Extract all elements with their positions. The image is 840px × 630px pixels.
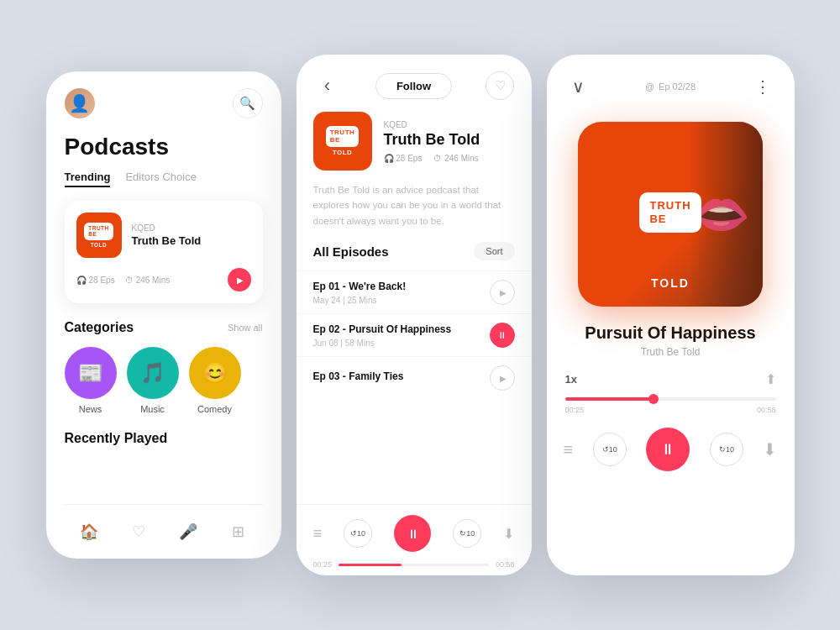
play-button[interactable]: ▶ (228, 268, 251, 291)
home-icon: 🏠 (80, 522, 98, 541)
episode-item-3[interactable]: Ep 03 - Family Ties ▶ (297, 356, 532, 399)
category-music-icon: 🎵 (127, 347, 179, 399)
time-current: 00:25 (313, 560, 333, 569)
download-button[interactable]: ⬇ (503, 526, 514, 542)
queue-button[interactable]: ≡ (313, 525, 323, 543)
nav-grid[interactable]: ⊞ (223, 517, 253, 547)
categories-list: 📰 News 🎵 Music 😊 Comedy (65, 347, 263, 414)
follow-button[interactable]: Follow (375, 73, 452, 99)
tab-editors-choice[interactable]: Editors Choice (125, 171, 197, 187)
category-music-label: Music (140, 404, 165, 414)
rewind-button[interactable]: ↺10 (344, 519, 372, 548)
pause-icon-lg: ⏸ (660, 441, 675, 459)
download-icon-lg: ⬇ (763, 439, 777, 459)
back-icon: ‹ (324, 75, 330, 97)
episode-3-title: Ep 03 - Family Ties (313, 370, 404, 382)
episode-indicator: @ Ep 02/28 (645, 81, 696, 92)
speed-label[interactable]: 1x (565, 373, 577, 386)
progress-section: 00:25 00:58 (547, 397, 795, 428)
episodes-header: All Episodes Sort (297, 242, 532, 270)
page-title: Podcasts (65, 134, 263, 160)
progress-times: 00:25 00:58 (565, 406, 776, 414)
tab-trending[interactable]: Trending (65, 171, 111, 187)
menu-dots-icon: ⋮ (754, 76, 771, 97)
phone-2: ‹ Follow ♡ Truth Be Told (297, 55, 532, 575)
sort-button[interactable]: Sort (474, 242, 514, 260)
category-news-label: News (79, 404, 102, 414)
episode-3-play[interactable]: ▶ (490, 365, 515, 391)
time-current-lg: 00:25 (565, 406, 585, 414)
track-title: Pursuit Of Happiness (564, 323, 778, 343)
episode-item-2[interactable]: Ep 02 - Pursuit Of Happiness Jun 08 | 58… (297, 313, 532, 356)
categories-section-header: Categories Show all (65, 320, 263, 335)
show-all-button[interactable]: Show all (228, 323, 263, 333)
categories-title: Categories (65, 320, 134, 335)
avatar[interactable]: 👤 (65, 88, 95, 118)
chevron-down-button[interactable]: ∨ (564, 71, 594, 102)
category-news[interactable]: 📰 News (65, 347, 117, 414)
podcast-detail-header: Truth Be Told KQED Truth Be Told 🎧 28 Ep… (297, 112, 532, 182)
clock-icon2: ⏱ (433, 154, 442, 163)
category-music[interactable]: 🎵 Music (127, 347, 179, 414)
episode-3-info: Ep 03 - Family Ties (313, 370, 404, 386)
episode-2-meta: Jun 08 | 58 Mins (313, 339, 452, 348)
category-comedy[interactable]: 😊 Comedy (189, 347, 241, 414)
nav-favorites[interactable]: ♡ (123, 517, 154, 547)
queue-button-lg[interactable]: ≡ (564, 440, 574, 459)
headphone-icon: 🎧 (76, 276, 87, 285)
category-comedy-icon: 😊 (189, 347, 241, 399)
progress-thumb (648, 394, 659, 404)
phone1-header: 👤 🔍 (65, 88, 263, 118)
at-icon: @ (645, 81, 654, 92)
player-bar: ≡ ↺10 ⏸ ↻10 ⬇ 00:25 (297, 504, 532, 575)
recently-played-title: Recently Played (65, 431, 263, 446)
category-comedy-label: Comedy (197, 404, 232, 414)
favorite-button[interactable]: ♡ (486, 71, 514, 100)
play-pause-button[interactable]: ⏸ (394, 515, 431, 552)
nav-home[interactable]: 🏠 (74, 517, 104, 547)
phone3-header: ∨ @ Ep 02/28 ⋮ (547, 55, 795, 113)
progress-fill-lg (565, 397, 654, 401)
forward-button-lg[interactable]: ↻10 (710, 433, 743, 466)
forward-button[interactable]: ↻10 (453, 519, 481, 548)
play-icon: ▶ (500, 288, 507, 297)
progress-fill (339, 564, 402, 566)
track-subtitle: Truth Be Told (564, 346, 778, 358)
time-total: 00:58 (496, 560, 515, 569)
play-pause-button-lg[interactable]: ⏸ (646, 428, 690, 471)
nav-mic[interactable]: 🎤 (173, 517, 203, 547)
podcast-meta: 🎧 28 Eps ⏱ 246 Mins ▶ (76, 268, 251, 291)
phone-1: 👤 🔍 Podcasts Trending Editors Choice (46, 71, 281, 559)
list-icon: ≡ (313, 525, 323, 543)
episode-1-play[interactable]: ▶ (490, 280, 515, 305)
player-options: 1x ⬆ (547, 371, 795, 397)
phone-3: ∨ @ Ep 02/28 ⋮ 👄 (547, 55, 795, 575)
pause-icon-main: ⏸ (407, 527, 419, 541)
episode-2-pause[interactable]: ⏸ (490, 323, 515, 348)
progress-track-lg[interactable] (565, 397, 776, 401)
phone2-header: ‹ Follow ♡ (297, 55, 532, 112)
episode-2-info: Ep 02 - Pursuit Of Happiness Jun 08 | 58… (313, 323, 452, 348)
album-art-container: 👄 Truth Be TOLD (547, 113, 795, 323)
back-button[interactable]: ‹ (313, 71, 342, 100)
podcast-detail-name: Truth Be Told (384, 131, 480, 149)
episode-item-1[interactable]: Ep 01 - We're Back! May 24 | 25 Mins ▶ (297, 270, 532, 313)
progress-track[interactable] (339, 564, 489, 566)
podcast-detail-label: KQED (384, 120, 480, 129)
bottom-nav: 🏠 ♡ 🎤 ⊞ (65, 504, 263, 559)
headphone-icon2: 🎧 (384, 154, 394, 163)
featured-podcast-card[interactable]: Truth Be Told KQED Truth Be Told 🎧 (65, 201, 263, 303)
share-button[interactable]: ⬆ (765, 371, 776, 387)
download-button-lg[interactable]: ⬇ (763, 439, 777, 459)
pause-icon: ⏸ (497, 330, 507, 340)
search-button[interactable]: 🔍 (233, 88, 263, 118)
category-news-icon: 📰 (65, 347, 117, 399)
more-options-button[interactable]: ⋮ (748, 71, 778, 102)
rewind-button-lg[interactable]: ↺10 (593, 433, 627, 466)
podcast-thumbnail: Truth Be Told (76, 213, 122, 258)
podcast-detail-info: KQED Truth Be Told 🎧 28 Eps ⏱ 246 Mins (384, 120, 480, 163)
podcast-name: Truth Be Told (132, 234, 251, 247)
chevron-down-icon: ∨ (572, 76, 585, 97)
forward-icon-lg: ↻10 (719, 445, 734, 454)
clock-icon: ⏱ (125, 276, 134, 285)
